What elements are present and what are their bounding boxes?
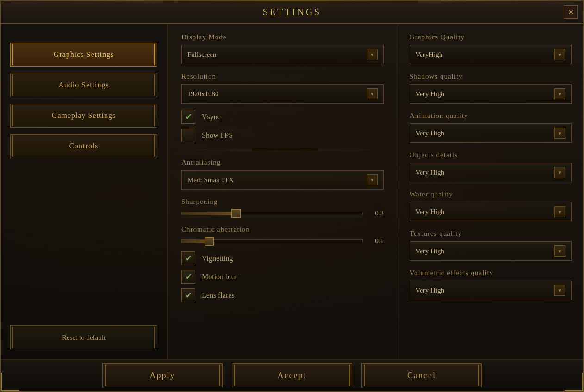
lens-flares-row: ✓ Lens flares [181,288,384,302]
sharpening-slider[interactable] [181,212,363,215]
chromatic-thumb[interactable] [205,237,214,246]
antialiasing-dropdown[interactable]: Med: Smaa 1TX ▼ [181,170,384,190]
objects-label: Objects details [410,151,572,159]
chevron-down-icon7: ▼ [558,170,562,175]
shadows-label: Shadows quality [410,73,572,80]
display-mode-arrow: ▼ [367,49,378,60]
sharpening-slider-section: 0.2 [181,209,384,217]
show-fps-checkbox[interactable] [181,129,195,142]
water-label: Water quality [410,190,572,198]
show-fps-row: Show FPS [181,129,384,142]
vsync-checkbox[interactable]: ✓ [181,110,195,124]
title-bar: Settings ✕ [1,1,583,24]
objects-dropdown[interactable]: Very High ▼ [410,163,572,182]
resolution-label: Resolution [181,73,384,80]
accept-button[interactable]: Accept [232,363,352,387]
textures-dropdown[interactable]: Very High ▼ [410,241,572,261]
chevron-down-icon4: ▼ [558,52,562,57]
vsync-label: Vsync [202,113,221,121]
antialiasing-arrow: ▼ [367,174,378,185]
left-panel: Display Mode Fullscreen ▼ Resolution 192… [168,24,398,359]
display-mode-value: Fullscreen [187,51,216,59]
volumetric-value: Very High [416,287,444,294]
animation-dropdown[interactable]: Very High ▼ [410,123,572,143]
volumetric-label: Volumetric effects quality [410,269,572,277]
water-value: Very High [416,208,444,216]
sidebar-item-controls[interactable]: Controls [10,134,157,158]
chevron-down-icon10: ▼ [558,288,562,293]
motion-blur-label: Motion blur [202,273,237,281]
shadows-value: Very High [416,90,444,98]
graphics-quality-value: VeryHigh [416,51,442,59]
sidebar-bottom: Reset to default [10,325,157,349]
graphics-quality-label: Graphics Quality [410,33,572,41]
chromatic-slider[interactable] [181,239,363,243]
sidebar: Graphics Settings Audio Settings Gamepla… [1,24,168,359]
vignetting-row: ✓ Vignetting [181,251,384,265]
shadows-dropdown[interactable]: Very High ▼ [410,84,572,104]
display-mode-dropdown[interactable]: Fullscreen ▼ [181,45,384,64]
sharpening-value: 0.2 [367,209,384,217]
chevron-down-icon9: ▼ [558,249,562,254]
sidebar-item-audio[interactable]: Audio Settings [10,73,157,97]
chevron-down-icon3: ▼ [370,178,374,183]
lens-flares-checkbox[interactable]: ✓ [181,288,195,302]
graphics-quality-dropdown[interactable]: VeryHigh ▼ [410,45,572,64]
resolution-value: 1920x1080 [187,90,219,98]
show-fps-label: Show FPS [202,131,233,140]
chevron-down-icon5: ▼ [558,92,562,97]
lens-flares-label: Lens flares [202,291,235,300]
resolution-arrow: ▼ [367,88,378,99]
vignetting-check-icon: ✓ [185,253,192,263]
objects-arrow: ▼ [554,167,565,178]
motion-blur-check-icon: ✓ [185,272,192,282]
window-title: Settings [263,7,321,18]
chromatic-slider-section: 0.1 [181,237,384,245]
right-panel: Graphics Quality VeryHigh ▼ Shadows qual… [398,24,583,359]
cancel-button[interactable]: Cancel [361,363,482,387]
vignetting-checkbox[interactable]: ✓ [181,251,195,265]
close-button[interactable]: ✕ [564,5,578,19]
sharpening-label: Sharpening [181,198,384,206]
reset-to-default-button[interactable]: Reset to default [10,325,157,349]
sharpening-slider-row: 0.2 [181,209,384,217]
antialiasing-label: Antialiasing [181,159,384,166]
sharpening-thumb[interactable] [231,209,241,218]
resolution-dropdown[interactable]: 1920x1080 ▼ [181,84,384,104]
sharpening-fill [182,212,236,215]
shadows-arrow: ▼ [554,88,565,99]
display-mode-label: Display Mode [181,33,384,41]
volumetric-dropdown[interactable]: Very High ▼ [410,281,572,300]
water-dropdown[interactable]: Very High ▼ [410,202,572,221]
chevron-down-icon8: ▼ [558,209,562,214]
textures-label: Textures quality [410,230,572,238]
animation-label: Animation quality [410,112,572,120]
chromatic-slider-row: 0.1 [181,237,384,245]
chromatic-value: 0.1 [367,237,384,245]
vsync-row: ✓ Vsync [181,110,384,124]
volumetric-arrow: ▼ [554,285,565,296]
chromatic-label: Chromatic aberration [181,226,384,233]
chevron-down-icon6: ▼ [558,131,562,136]
textures-value: Very High [416,247,444,255]
water-arrow: ▼ [554,206,565,217]
objects-value: Very High [416,169,444,177]
chevron-down-icon2: ▼ [370,92,374,97]
close-icon: ✕ [568,8,574,17]
sidebar-item-gameplay[interactable]: Gameplay Settings [10,104,157,128]
animation-arrow: ▼ [554,128,565,139]
apply-button[interactable]: Apply [102,363,223,387]
antialiasing-value: Med: Smaa 1TX [187,176,234,184]
vsync-check-icon: ✓ [185,112,192,122]
settings-window: Settings ✕ Graphics Settings Audio Setti… [0,0,584,392]
settings-area: Display Mode Fullscreen ▼ Resolution 192… [168,24,583,359]
bottom-bar: Apply Accept Cancel [1,359,583,391]
sidebar-nav: Graphics Settings Audio Settings Gamepla… [10,43,157,158]
textures-arrow: ▼ [554,245,565,257]
vignetting-label: Vignetting [202,254,233,263]
main-content: Graphics Settings Audio Settings Gamepla… [1,24,583,359]
sidebar-item-graphics[interactable]: Graphics Settings [10,43,157,67]
gq-arrow: ▼ [554,49,565,60]
motion-blur-checkbox[interactable]: ✓ [181,270,195,284]
divider1 [181,150,384,150]
